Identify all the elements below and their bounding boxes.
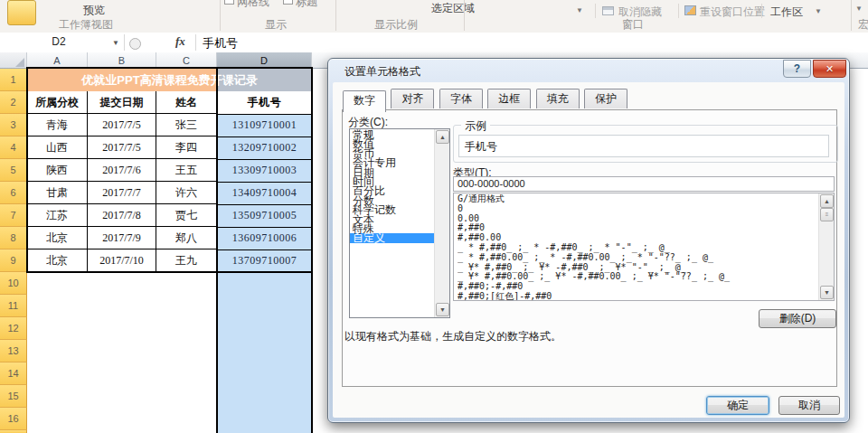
- format-items: G/通用格式 0 0.00 #,##0 #,##0.00 _ * #,##0_ …: [458, 194, 818, 301]
- row-header[interactable]: 4: [0, 136, 27, 159]
- reset-window-position-button[interactable]: 重设窗口位置: [700, 5, 765, 20]
- table-cell[interactable]: 2017/7/10: [88, 249, 156, 272]
- row-header[interactable]: 2: [0, 91, 27, 114]
- cell-d7[interactable]: 13509710005: [218, 204, 311, 227]
- help-button[interactable]: ?: [783, 60, 811, 78]
- close-icon[interactable]: ✕: [813, 60, 846, 78]
- select-all-triangle-icon: [15, 58, 24, 67]
- category-item-selected[interactable]: 自定义: [350, 233, 435, 242]
- table-cell[interactable]: 2017/7/8: [88, 204, 156, 227]
- tab-number[interactable]: 数字: [343, 90, 386, 112]
- format-scrollbar[interactable]: ▲ ≡ ▼: [818, 193, 834, 300]
- gridlines-checkbox[interactable]: 网格线: [224, 0, 280, 10]
- table-cell[interactable]: 陕西: [27, 159, 88, 182]
- row-header[interactable]: 13: [0, 340, 27, 362]
- format-item[interactable]: #,##0;[红色]-#,##0: [458, 292, 818, 301]
- table-title-cell[interactable]: 优就业PPT高清课程免费开课记录: [27, 69, 312, 92]
- row-header[interactable]: 14: [0, 362, 27, 385]
- table-cell[interactable]: 北京: [27, 227, 88, 249]
- cell-d9[interactable]: 13709710007: [218, 249, 311, 272]
- ok-button[interactable]: 确定: [706, 396, 769, 415]
- row-header[interactable]: 11: [0, 295, 27, 317]
- table-cell[interactable]: 甘肃: [27, 182, 88, 204]
- table-cell[interactable]: 郑八: [156, 227, 217, 249]
- table-cell[interactable]: 2017/7/9: [88, 227, 156, 249]
- row-header[interactable]: 3: [0, 114, 27, 136]
- table-cell[interactable]: 李四: [156, 136, 217, 159]
- table-cell[interactable]: 贾七: [156, 204, 217, 227]
- zoom-to-selection-button[interactable]: 选定区域: [431, 1, 475, 16]
- name-box-dropdown-icon[interactable]: ▼: [112, 39, 119, 47]
- format-listbox: G/通用格式 0 0.00 #,##0 #,##0.00 _ * #,##0_ …: [453, 193, 835, 301]
- group-label-show: 显示: [244, 17, 307, 33]
- format-item[interactable]: 0: [458, 204, 818, 214]
- scroll-up-icon[interactable]: ▲: [436, 130, 449, 144]
- row-header[interactable]: 7: [0, 204, 27, 227]
- category-scrollbar[interactable]: ▲ ▼: [434, 129, 449, 317]
- scroll-down-icon[interactable]: ▼: [436, 303, 449, 316]
- table-cell[interactable]: 王九: [156, 249, 217, 272]
- select-all-corner[interactable]: [0, 52, 27, 69]
- cell-d3[interactable]: 13109710001: [218, 114, 311, 136]
- insert-function-icon[interactable]: fx: [175, 34, 185, 49]
- format-item[interactable]: #,##0: [458, 223, 818, 233]
- chevron-down-icon[interactable]: ▼: [815, 7, 822, 15]
- cancel-button[interactable]: 取消: [778, 396, 840, 415]
- row-header[interactable]: 9: [0, 249, 27, 272]
- table-border-left: [26, 67, 28, 273]
- table-cell[interactable]: 王五: [156, 159, 217, 182]
- tab-strip: 数字 对齐 字体 边框 填充 保护: [343, 89, 628, 110]
- cell-d6[interactable]: 13409710004: [218, 182, 311, 204]
- headings-checkbox[interactable]: 标题: [283, 0, 328, 10]
- preview-button[interactable]: 预览: [83, 3, 105, 18]
- delete-button[interactable]: 删除(D): [759, 309, 836, 328]
- tab-fill[interactable]: 填充: [536, 89, 580, 108]
- table-cell[interactable]: 2017/7/7: [88, 182, 156, 204]
- table-cell[interactable]: 2017/7/5: [88, 136, 156, 159]
- excel-window: 预览 工作簿视图 网格线 标题 显示 选定区域 显示比例 ▼ 取消隐藏 重设窗口…: [0, 0, 868, 433]
- formula-bar: D2 ▼ fx 手机号: [0, 33, 868, 53]
- format-item[interactable]: _ * #,##0.00_ ;_ * -#,##0.00_ ;_ * "-"??…: [458, 253, 818, 263]
- table-cell[interactable]: 提交日期: [88, 91, 156, 114]
- tab-font[interactable]: 字体: [439, 89, 483, 108]
- table-cell[interactable]: 青海: [27, 114, 88, 136]
- scroll-up-icon[interactable]: ▲: [820, 194, 834, 208]
- table-cell[interactable]: 许六: [156, 182, 217, 204]
- table-cell[interactable]: 2017/7/6: [88, 159, 156, 182]
- row-header[interactable]: 10: [0, 272, 27, 295]
- table-cell[interactable]: 张三: [156, 114, 217, 136]
- chevron-down-icon[interactable]: ▼: [576, 6, 583, 14]
- row-header[interactable]: 5: [0, 159, 27, 182]
- scroll-down-icon[interactable]: ▼: [820, 286, 834, 299]
- table-cell[interactable]: 北京: [27, 249, 88, 272]
- tab-border[interactable]: 边框: [487, 89, 531, 108]
- table-cell[interactable]: 山西: [27, 136, 88, 159]
- table-cell[interactable]: 姓名: [156, 91, 217, 114]
- ribbon-separator: [678, 4, 679, 18]
- format-item[interactable]: 0.00: [458, 214, 818, 224]
- name-box[interactable]: D2: [18, 35, 99, 48]
- type-input[interactable]: 000-0000-0000: [453, 176, 835, 192]
- chevron-down-icon[interactable]: ▼: [855, 5, 863, 13]
- row-header[interactable]: 6: [0, 182, 27, 204]
- cell-d5[interactable]: 13309710003: [218, 159, 311, 182]
- row-header[interactable]: 15: [0, 385, 27, 408]
- formula-input[interactable]: 手机号: [203, 35, 238, 52]
- tab-protection[interactable]: 保护: [584, 89, 627, 108]
- tab-alignment[interactable]: 对齐: [391, 89, 434, 108]
- row-header[interactable]: 12: [0, 317, 27, 340]
- table-cell[interactable]: 2017/7/5: [88, 114, 156, 136]
- scrollbar-thumb[interactable]: ≡: [820, 208, 834, 221]
- row-header[interactable]: 16: [0, 408, 27, 430]
- workspace-button[interactable]: 工作区: [770, 5, 803, 20]
- cell-d8[interactable]: 13609710006: [218, 227, 311, 249]
- table-cell[interactable]: 所属分校: [27, 91, 88, 114]
- row-header[interactable]: 1: [0, 69, 27, 91]
- format-item[interactable]: G/通用格式: [458, 194, 818, 204]
- table-cell[interactable]: 江苏: [27, 204, 88, 227]
- cell-d4[interactable]: 13209710002: [218, 136, 311, 159]
- reset-window-position-icon: [684, 5, 696, 15]
- row-header[interactable]: 8: [0, 227, 27, 249]
- page-break-preview-icon[interactable]: [7, 0, 36, 25]
- active-cell-d2[interactable]: 手机号: [218, 91, 311, 114]
